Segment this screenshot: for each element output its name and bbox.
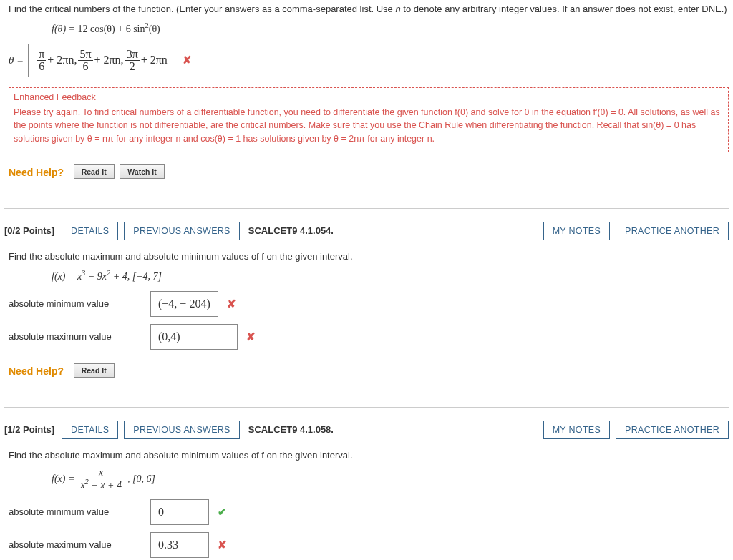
q3-header: [1/2 Points] DETAILS PREVIOUS ANSWERS SC…: [4, 408, 729, 446]
q3-max-input[interactable]: 0.33: [150, 532, 209, 558]
fn-interval: , [0, 6]: [127, 473, 155, 485]
q1-function: f(θ) = 12 cos(θ) + 6 sin2(θ): [52, 21, 729, 35]
points-label: [1/2 Points]: [4, 424, 54, 435]
previous-answers-button[interactable]: PREVIOUS ANSWERS: [124, 421, 239, 439]
frac-den: x2 − x + 4: [79, 478, 123, 491]
practice-another-button[interactable]: PRACTICE ANOTHER: [616, 222, 729, 240]
ans-seg: + 2πn,: [94, 54, 124, 67]
q3-min-row: absolute minimum value 0 ✔: [9, 499, 729, 525]
q1-fn-body: 12 cos(θ) + 6 sin2(θ): [78, 24, 160, 34]
frac-num: x: [97, 468, 105, 478]
practice-another-button[interactable]: PRACTICE ANOTHER: [616, 421, 729, 439]
need-help-row: Need Help? Read It: [9, 360, 729, 388]
correct-icon: ✔: [218, 506, 227, 519]
max-label: absolute maximum value: [9, 331, 145, 342]
frac: π6: [37, 49, 46, 72]
q2-function: f(x) = x3 − 9x2 + 4, [−4, 7]: [52, 269, 729, 283]
read-it-button[interactable]: Read It: [74, 363, 115, 378]
frac: 5π6: [78, 49, 92, 72]
min-label: absolute minimum value: [9, 298, 145, 309]
frac: x x2 − x + 4: [79, 468, 123, 491]
question-1: Find the critical numbers of the functio…: [4, 3, 729, 195]
frac-den: 6: [37, 61, 46, 72]
q3-function: f(x) = x x2 − x + 4 , [0, 6]: [52, 468, 729, 491]
my-notes-button[interactable]: MY NOTES: [543, 421, 610, 439]
need-help-row: Need Help? Read It Watch It: [9, 161, 729, 190]
need-help-label: Need Help?: [9, 167, 64, 178]
q1-fn-rest: 12 cos(θ) + 6 sin: [78, 24, 145, 34]
feedback-body: Please try again. To find critical numbe…: [14, 106, 724, 146]
enhanced-feedback: Enhanced Feedback Please try again. To f…: [9, 87, 729, 152]
fn-seg: f(x) = x: [52, 271, 82, 282]
ans-seg: + 2πn,: [47, 54, 77, 67]
q1-prompt: Find the critical numbers of the functio…: [9, 3, 729, 16]
fn-lhs: f(x) =: [52, 473, 74, 485]
frac-den: 2: [128, 61, 137, 72]
frac-num: 3π: [125, 49, 140, 61]
incorrect-icon: ✘: [227, 298, 236, 310]
q1-answer-row: θ = π6 + 2πn, 5π6 + 2πn, 3π2 + 2πn ✘: [9, 44, 729, 77]
q3-prompt: Find the absolute maximum and absolute m…: [9, 449, 729, 462]
q3-min-input[interactable]: 0: [150, 499, 209, 525]
frac: 3π2: [125, 49, 140, 72]
details-button[interactable]: DETAILS: [62, 421, 118, 439]
points-label: [0/2 Points]: [4, 225, 54, 236]
q2-min-input[interactable]: (−4, − 204): [150, 291, 218, 317]
need-help-label: Need Help?: [9, 365, 64, 377]
den-seg: − x + 4: [89, 480, 122, 491]
q1-answer-input[interactable]: π6 + 2πn, 5π6 + 2πn, 3π2 + 2πn: [28, 44, 175, 77]
frac-den: 6: [81, 61, 89, 72]
q2-min-row: absolute minimum value (−4, − 204) ✘: [9, 291, 729, 317]
ans-seg: + 2πn: [141, 54, 168, 67]
q1-fn-tail: (θ): [149, 24, 160, 34]
read-it-button[interactable]: Read It: [74, 164, 115, 179]
details-button[interactable]: DETAILS: [62, 222, 118, 240]
q2-prompt: Find the absolute maximum and absolute m…: [9, 250, 729, 263]
q1-theta-eq: θ =: [9, 54, 24, 67]
q2-max-input[interactable]: (0,4): [150, 324, 238, 350]
q1-fn-prefix: f(θ) =: [52, 24, 78, 34]
my-notes-button[interactable]: MY NOTES: [543, 222, 610, 240]
source-label: SCALCET9 4.1.054.: [248, 225, 334, 236]
min-label: absolute minimum value: [9, 506, 145, 517]
previous-answers-button[interactable]: PREVIOUS ANSWERS: [124, 222, 239, 240]
frac-num: 5π: [78, 49, 92, 61]
q1-prompt-a: Find the critical numbers of the functio…: [9, 4, 395, 14]
fn-seg: + 4, [−4, 7]: [110, 271, 162, 282]
incorrect-icon: ✘: [246, 330, 256, 343]
fn-seg: − 9x: [85, 271, 107, 282]
q2-max-row: absolute maximum value (0,4) ✘: [9, 324, 729, 350]
incorrect-icon: ✘: [218, 539, 227, 551]
feedback-title: Enhanced Feedback: [14, 91, 724, 104]
q1-prompt-b: to denote any arbitrary integer values. …: [401, 4, 727, 14]
question-2: Find the absolute maximum and absolute m…: [4, 250, 729, 394]
frac-num: π: [37, 49, 46, 61]
q2-header: [0/2 Points] DETAILS PREVIOUS ANSWERS SC…: [4, 209, 729, 247]
max-label: absolute maximum value: [9, 539, 145, 550]
source-label: SCALCET9 4.1.058.: [248, 424, 334, 435]
q3-max-row: absolute maximum value 0.33 ✘: [9, 532, 729, 558]
q1-prompt-n: n: [395, 4, 400, 14]
incorrect-icon: ✘: [183, 54, 192, 67]
question-3: Find the absolute maximum and absolute m…: [4, 449, 729, 560]
watch-it-button[interactable]: Watch It: [120, 164, 164, 179]
